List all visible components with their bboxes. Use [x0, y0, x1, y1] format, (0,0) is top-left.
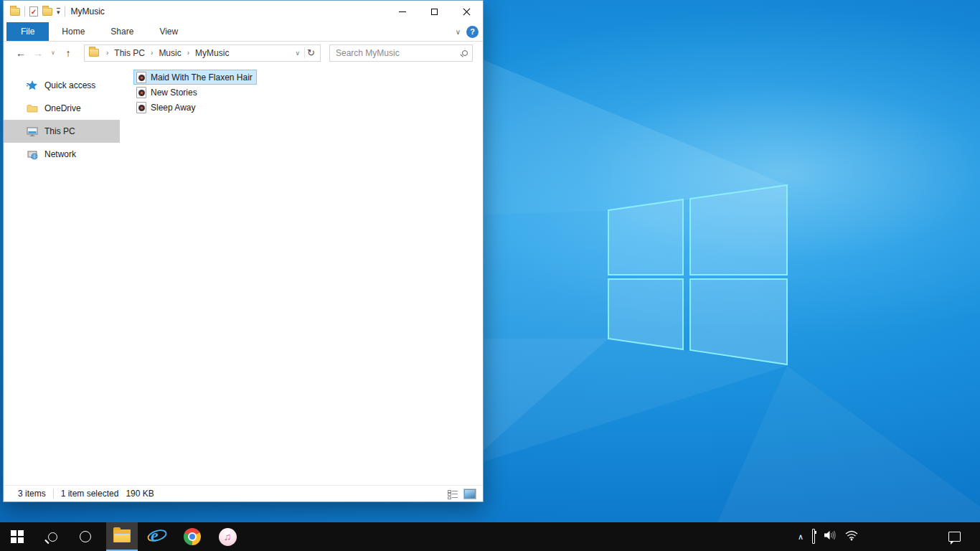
up-button[interactable]: ↑ [60, 47, 77, 59]
taskbar-search-button[interactable] [38, 522, 67, 551]
previous-locations-chevron-icon[interactable]: ∨ [291, 50, 305, 57]
window-titlebar[interactable]: ✓ ▾ MyMusic [4, 1, 483, 22]
tab-share[interactable]: Share [98, 22, 146, 41]
status-separator [53, 489, 54, 499]
file-list: Maid With The Flaxen Hair New Stories Sl… [133, 70, 257, 115]
ribbon-right-controls: ∨ ? [456, 22, 483, 41]
qat-customize-dropdown-icon[interactable]: ▾ [57, 8, 60, 15]
windows-logo [608, 185, 787, 364]
show-hidden-icons-chevron[interactable]: ∧ [798, 532, 804, 542]
cortana-button[interactable] [71, 522, 100, 551]
sidebar-item-label: Quick access [44, 80, 95, 90]
sidebar-item-quick-access[interactable]: Quick access [4, 74, 120, 97]
breadcrumb-mymusic[interactable]: MyMusic [194, 47, 230, 59]
status-bar: 3 items 1 item selected 190 KB [4, 485, 483, 501]
sidebar-item-label: This PC [44, 126, 75, 136]
cortana-icon [80, 531, 91, 542]
navigation-pane: Quick access OneDrive This PC [4, 64, 120, 486]
internet-explorer-icon: e [148, 527, 166, 546]
file-row-new-stories[interactable]: New Stories [133, 85, 202, 100]
address-bar[interactable]: › This PC › Music › MyMusic ∨ ↻ [84, 44, 321, 62]
itunes-taskbar-button[interactable]: ♫ [213, 522, 242, 551]
sidebar-item-network[interactable]: Network [4, 143, 120, 166]
view-toggle-buttons [448, 489, 483, 499]
chrome-taskbar-button[interactable] [178, 522, 207, 551]
help-button[interactable]: ? [466, 26, 479, 38]
breadcrumb-separator-icon: › [146, 49, 157, 57]
status-item-count: 3 items [18, 489, 46, 499]
qat-separator [24, 6, 25, 17]
caption-buttons [386, 1, 483, 22]
sidebar-item-onedrive[interactable]: OneDrive [4, 97, 120, 120]
ribbon-tab-bar: File Home Share View ∨ ? [4, 22, 483, 42]
music-file-icon [136, 87, 146, 98]
minimize-button[interactable] [386, 1, 418, 22]
light-beam-floor [717, 366, 980, 522]
breadcrumb-music[interactable]: Music [157, 47, 182, 59]
sidebar-item-this-pc[interactable]: This PC [4, 120, 120, 143]
recent-locations-chevron-icon[interactable]: ∨ [47, 50, 60, 56]
itunes-icon: ♫ [219, 528, 237, 546]
file-explorer-window: ✓ ▾ MyMusic File Home Share View ∨ ? ← →… [3, 0, 484, 502]
wifi-icon[interactable] [845, 530, 858, 544]
navigation-buttons: ← → ∨ ↑ [4, 47, 77, 59]
quick-access-star-icon [27, 80, 38, 91]
address-folder-icon [89, 49, 99, 57]
refresh-icon[interactable]: ↻ [304, 47, 320, 58]
tab-home[interactable]: Home [49, 22, 98, 41]
logo-pane-top-left [608, 199, 683, 275]
search-icon[interactable] [462, 50, 468, 56]
windows-start-icon [11, 530, 24, 543]
chrome-icon [184, 528, 201, 545]
internet-explorer-taskbar-button[interactable]: e [143, 522, 171, 551]
status-selection: 1 item selected [61, 489, 119, 499]
music-file-icon [136, 102, 146, 113]
volume-icon[interactable] [824, 529, 837, 544]
address-bar-controls: ∨ ↻ [291, 47, 321, 58]
network-icon [27, 149, 38, 160]
file-explorer-taskbar-button[interactable] [106, 522, 138, 551]
qat-new-folder-icon[interactable] [42, 8, 52, 16]
file-name: Sleep Away [151, 103, 196, 113]
search-input[interactable] [336, 48, 462, 58]
expand-ribbon-icon[interactable]: ∨ [456, 28, 461, 36]
start-button[interactable] [3, 522, 32, 551]
breadcrumb-this-pc[interactable]: This PC [113, 47, 146, 59]
logo-pane-bottom-right [690, 279, 787, 364]
maximize-icon [431, 9, 438, 15]
logo-pane-top-right [690, 185, 787, 275]
qat-separator [65, 6, 65, 17]
file-row-sleep-away[interactable]: Sleep Away [133, 100, 200, 115]
this-pc-monitor-icon [27, 126, 38, 137]
window-title: MyMusic [71, 6, 105, 17]
taskbar: e ♫ ∧ [0, 522, 980, 551]
onedrive-folder-icon [27, 103, 38, 114]
qat-folder-icon[interactable] [10, 8, 20, 16]
file-explorer-icon [113, 529, 131, 542]
large-icons-view-button[interactable] [464, 489, 476, 499]
close-icon [463, 8, 471, 16]
details-view-button[interactable] [448, 489, 458, 499]
action-center-icon [948, 532, 961, 542]
minimize-icon [399, 11, 406, 12]
breadcrumb-separator-icon: › [102, 49, 113, 57]
tab-file[interactable]: File [6, 22, 49, 41]
status-selection-size: 190 KB [126, 489, 154, 499]
qat-properties-icon[interactable]: ✓ [29, 6, 38, 17]
action-center-button[interactable] [948, 522, 961, 551]
logo-pane-bottom-left [608, 279, 683, 349]
file-row-maid-with-the-flaxen-hair[interactable]: Maid With The Flaxen Hair [133, 70, 257, 85]
sidebar-item-label: OneDrive [44, 103, 81, 113]
sidebar-item-label: Network [44, 149, 76, 159]
forward-button[interactable]: → [29, 47, 47, 59]
close-button[interactable] [451, 1, 483, 22]
tab-view[interactable]: View [146, 22, 191, 41]
battery-icon[interactable] [812, 530, 815, 543]
maximize-button[interactable] [418, 1, 451, 22]
search-box[interactable] [329, 44, 473, 62]
quick-access-toolbar: ✓ ▾ [4, 6, 65, 17]
back-button[interactable]: ← [12, 47, 29, 59]
file-name: Maid With The Flaxen Hair [151, 72, 253, 83]
explorer-content: Quick access OneDrive This PC [4, 64, 483, 486]
breadcrumb-separator-icon: › [183, 49, 194, 57]
